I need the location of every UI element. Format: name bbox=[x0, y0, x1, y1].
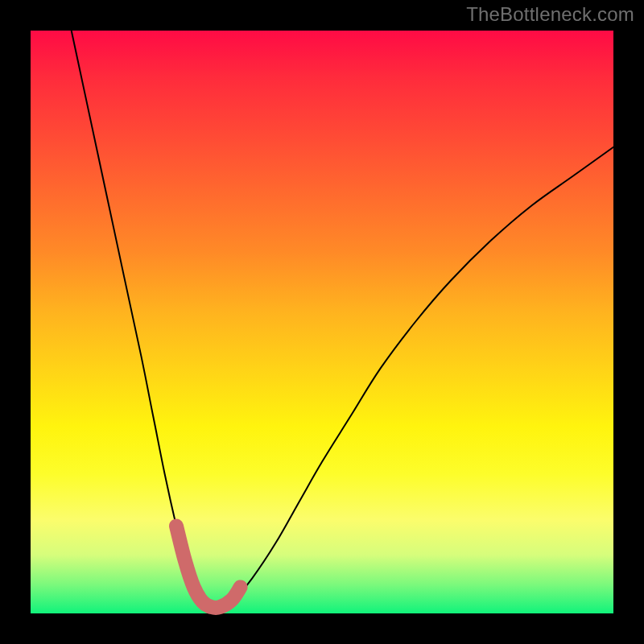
highlight-segment bbox=[176, 526, 241, 608]
chart-frame: TheBottleneck.com bbox=[0, 0, 644, 644]
curve-svg bbox=[31, 31, 613, 613]
plot-area bbox=[31, 31, 613, 613]
watermark-text: TheBottleneck.com bbox=[466, 3, 634, 26]
bottleneck-curve bbox=[72, 31, 613, 608]
